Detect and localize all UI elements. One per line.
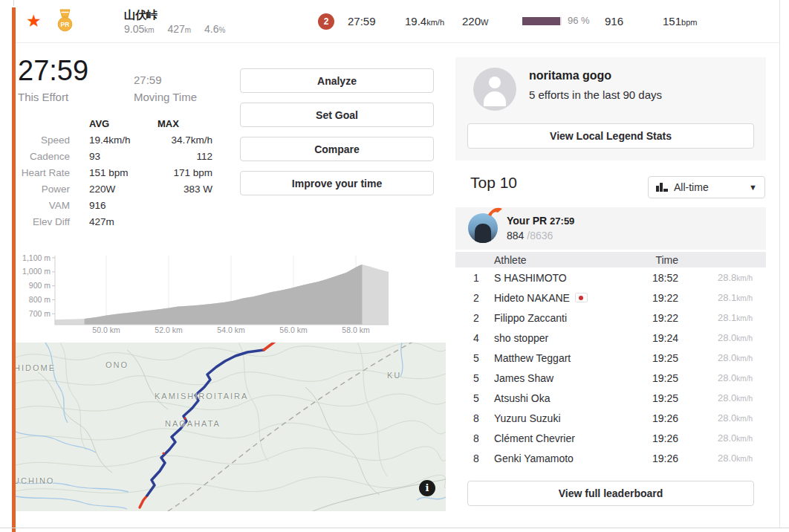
effort-speed: 19.4km/h <box>405 15 444 27</box>
time-column-header: Time <box>634 254 678 266</box>
leaderboard-rows: 1S HASHIMOTO18:5228.8km/h2Hideto NAKANE1… <box>455 267 766 468</box>
view-full-leaderboard-button[interactable]: View full leaderboard <box>467 481 754 506</box>
map-water <box>16 343 446 509</box>
person-icon <box>489 77 501 88</box>
svg-text:52.0 km: 52.0 km <box>155 325 183 334</box>
svg-text:800 m: 800 m <box>29 295 51 304</box>
achievement-badge: 2 <box>318 13 334 30</box>
segment-stats: 9.05km 427m 4.6% <box>124 23 236 35</box>
pr-arrow-badge-icon <box>488 207 503 221</box>
this-effort-label: This Effort <box>18 91 68 103</box>
athlete-column-header: Athlete <box>494 254 634 266</box>
athlete-name: Genki Yamamoto <box>494 452 574 464</box>
athlete-name: sho stopper <box>494 332 548 344</box>
svg-text:900 m: 900 m <box>29 281 51 290</box>
page-bottom-border <box>0 528 789 528</box>
view-local-legend-stats-button[interactable]: View Local Legend Stats <box>467 123 754 149</box>
effort-power: 220W <box>462 15 488 27</box>
time-filter-dropdown[interactable]: All-time ▼ <box>648 176 765 198</box>
athlete-name: Yuzuru Suzuki <box>494 412 561 424</box>
stats-row: Speed19.4km/h34.7km/h <box>18 132 212 149</box>
segment-title: 山伏峠 <box>124 8 158 22</box>
pr-medal-icon: PR <box>55 9 75 37</box>
compare-button[interactable]: Compare <box>240 137 434 161</box>
svg-text:58.0 km: 58.0 km <box>342 325 370 334</box>
effort-heartrate: 151bpm <box>663 15 697 27</box>
moving-time-label: Moving Time <box>134 91 197 103</box>
stats-header-row: AVG MAX <box>18 116 212 132</box>
athlete-name: Matthew Teggart <box>494 352 571 364</box>
power-meter-fill <box>522 17 560 25</box>
chevron-down-icon: ▼ <box>749 183 757 192</box>
podium-chart-icon <box>656 182 668 192</box>
effort-vam: 916 <box>605 15 623 27</box>
your-pr-card[interactable]: Your PR 27:59 884 /8636 <box>455 207 766 250</box>
svg-text:700 m: 700 m <box>29 309 51 318</box>
svg-text:1,100 m: 1,100 m <box>22 253 51 262</box>
map-place-label: KAMISHIROITAIRA <box>155 392 248 400</box>
effort-time: 27:59 <box>348 15 376 27</box>
stats-row: Elev Diff427m <box>18 214 212 230</box>
map-info-button[interactable]: i <box>419 480 435 496</box>
local-legend-card: noritama gogo 5 efforts in the last 90 d… <box>455 57 766 160</box>
athlete-name: S HASHIMOTO <box>494 272 567 284</box>
star-favorite-icon[interactable]: ★ <box>26 12 42 30</box>
athlete-name: James Shaw <box>494 372 553 384</box>
map-terrain <box>16 343 446 511</box>
athlete-name: Atsushi Oka <box>494 392 550 404</box>
page-right-border <box>779 0 780 528</box>
map-place-label: UCHINO <box>16 476 54 485</box>
your-pr-rank: 884 /8636 <box>507 230 553 241</box>
this-effort-time: 27:59 <box>18 55 88 87</box>
athlete-name: Filippo Zaccanti <box>494 312 567 324</box>
table-row[interactable]: 8Genki Yamamoto19:2628.0km/h <box>455 448 766 468</box>
svg-text:1,000 m: 1,000 m <box>22 267 51 276</box>
map-place-label: KU <box>387 371 401 380</box>
svg-text:PR: PR <box>61 21 70 28</box>
elevation-chart: 50.0 km52.0 km54.0 km56.0 km58.0 km700 m… <box>16 250 398 336</box>
segment-map[interactable]: HIDOMEONOKAMISHIROITAIRANAGAHATAUCHINOKU… <box>16 343 446 511</box>
local-legend-effort-count: 5 efforts in the last 90 days <box>529 88 662 101</box>
svg-text:54.0 km: 54.0 km <box>217 325 245 334</box>
table-row[interactable]: 2Filippo Zaccanti19:2228.1km/h <box>455 308 766 328</box>
stats-row: Power220W383 W <box>18 181 212 198</box>
table-row[interactable]: 2Hideto NAKANE19:2228.1km/h <box>455 288 766 308</box>
set-goal-button[interactable]: Set Goal <box>240 103 434 127</box>
moving-time-value: 27:59 <box>134 74 162 86</box>
effort-stats-table: AVG MAX Speed19.4km/h34.7km/hCadence9311… <box>18 116 212 230</box>
table-row[interactable]: 1S HASHIMOTO18:5228.8km/h <box>455 267 766 288</box>
segment-detail-page: ★ PR 山伏峠 9.05km 427m 4.6% 2 27:59 19.4km… <box>0 0 789 532</box>
leaderboard-header-row: Athlete Time <box>455 252 766 267</box>
svg-text:50.0 km: 50.0 km <box>92 325 120 334</box>
power-meter-percent: 96 % <box>568 15 590 26</box>
action-buttons: Analyze Set Goal Compare Improve your ti… <box>240 68 434 205</box>
local-legend-name: noritama gogo <box>529 69 611 82</box>
leaderboard-title: Top 10 <box>470 174 517 192</box>
table-row[interactable]: 8Yuzuru Suzuki19:2628.0km/h <box>455 408 766 428</box>
athlete-name: Clément Chevrier <box>494 432 575 444</box>
table-row[interactable]: 4sho stopper19:2428.0km/h <box>455 328 766 348</box>
stats-row: Cadence93112 <box>18 149 212 165</box>
time-filter-value: All-time <box>674 181 709 193</box>
local-legend-avatar <box>473 68 516 111</box>
athlete-name: Hideto NAKANE <box>494 292 570 304</box>
your-pr-label: Your PR 27:59 <box>507 215 574 227</box>
stats-row: VAM916 <box>18 198 212 214</box>
table-row[interactable]: 5Atsushi Oka19:2528.0km/h <box>455 388 766 408</box>
stats-row: Heart Rate151 bpm171 bpm <box>18 165 212 181</box>
segment-summary-bar: ★ PR 山伏峠 9.05km 427m 4.6% 2 27:59 19.4km… <box>16 6 779 43</box>
svg-text:56.0 km: 56.0 km <box>279 325 308 334</box>
map-contours <box>16 343 446 493</box>
japan-flag-icon <box>575 293 588 302</box>
map-place-label: ONO <box>105 360 129 369</box>
page-edge-tick <box>13 0 14 6</box>
map-place-label: NAGAHATA <box>165 419 221 428</box>
map-place-label: HIDOME <box>16 363 56 372</box>
table-row[interactable]: 5James Shaw19:2528.0km/h <box>455 368 766 388</box>
table-row[interactable]: 5Matthew Teggart19:2528.0km/h <box>455 348 766 368</box>
improve-your-time-button[interactable]: Improve your time <box>240 171 434 195</box>
power-meter-track <box>522 17 562 25</box>
power-meter: 96 % <box>522 15 590 26</box>
table-row[interactable]: 8Clément Chevrier19:2628.0km/h <box>455 428 766 448</box>
analyze-button[interactable]: Analyze <box>240 68 434 93</box>
